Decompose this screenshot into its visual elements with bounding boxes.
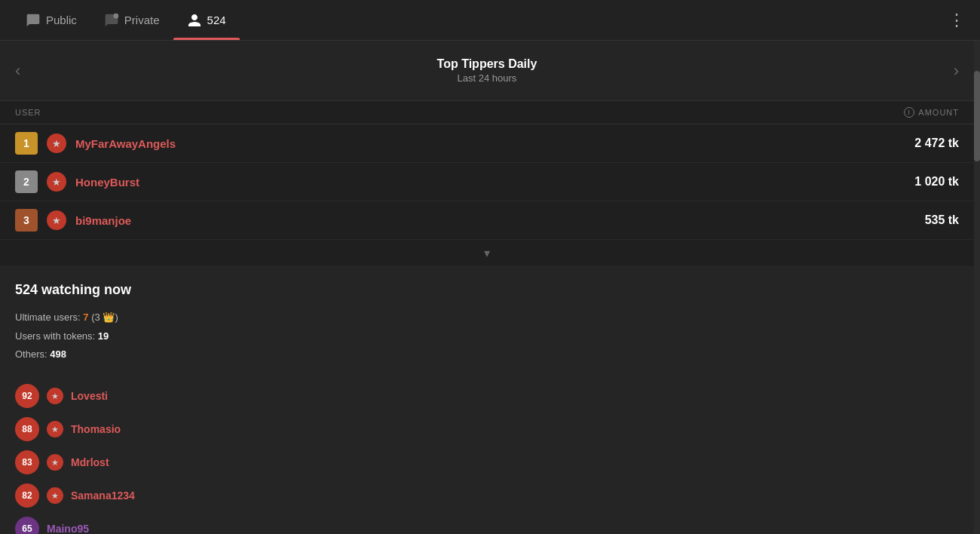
nav-next-button[interactable]: › [939, 54, 974, 88]
main-content: ‹ Top Tippers Daily Last 24 hours › USER… [0, 41, 980, 534]
tab-private-label: Private [124, 14, 160, 26]
viewer-name-3: Mdrlost [71, 456, 109, 468]
user-silhouette-icon [187, 13, 202, 28]
chat-bubble-icon [26, 13, 41, 28]
scrollbar-thumb[interactable] [974, 71, 980, 161]
tokens-count: 19 [98, 330, 109, 342]
others-stat: Others: 498 [15, 345, 959, 364]
tipper-row: 2 ★ HoneyBurst 1 020 tk [0, 163, 974, 201]
tippers-subtitle: Last 24 hours [437, 72, 537, 84]
crown-icon: 👑) [103, 312, 118, 323]
tipper-left: 1 ★ MyFarAwayAngels [15, 132, 176, 155]
tipper-left: 3 ★ bi9manjoe [15, 209, 131, 232]
tipper-name-3[interactable]: bi9manjoe [75, 214, 131, 227]
col-user-label: USER [15, 108, 41, 117]
more-menu-button[interactable]: ⋮ [948, 11, 966, 30]
fan-club-icon-3: ★ [47, 210, 66, 230]
viewer-star-icon-4: ★ [47, 487, 63, 504]
fan-club-icon-2: ★ [47, 172, 66, 192]
tipper-amount-1: 2 472 tk [914, 137, 959, 150]
tipper-row: 3 ★ bi9manjoe 535 tk [0, 201, 974, 240]
viewer-item[interactable]: 92 ★ Lovesti [15, 379, 959, 413]
viewer-avatar-4: 82 [15, 483, 39, 508]
tipper-amount-2: 1 020 tk [914, 175, 959, 189]
viewer-avatar-3: 83 [15, 450, 39, 474]
others-count: 498 [50, 348, 66, 360]
info-icon: i [904, 107, 914, 118]
tab-users[interactable]: 524 [173, 1, 240, 40]
viewer-star-icon-2: ★ [47, 421, 63, 437]
viewer-name-1: Lovesti [71, 390, 108, 402]
chat-bubble-private-icon [104, 13, 119, 28]
col-amount-label: i AMOUNT [904, 107, 959, 118]
tab-public-label: Public [46, 14, 77, 26]
tipper-name-2[interactable]: HoneyBurst [75, 176, 139, 189]
viewer-name-4: Samana1234 [71, 490, 135, 502]
watching-stats: Ultimate users: 7 (3 👑) Users with token… [15, 308, 959, 364]
tippers-title: Top Tippers Daily [437, 57, 537, 71]
tab-public[interactable]: Public [12, 1, 90, 40]
rank-badge-3: 3 [15, 209, 38, 232]
tipper-amount-3: 535 tk [925, 213, 959, 227]
tipper-left: 2 ★ HoneyBurst [15, 170, 139, 193]
nav-prev-button[interactable]: ‹ [0, 54, 35, 88]
ultimate-count: 7 [83, 312, 88, 323]
viewer-item[interactable]: 82 ★ Samana1234 [15, 479, 959, 512]
chevron-down-icon: ▾ [484, 246, 490, 260]
tipper-row: 1 ★ MyFarAwayAngels 2 472 tk [0, 124, 974, 163]
ultimate-users-stat: Ultimate users: 7 (3 👑) [15, 308, 959, 327]
rank-badge-2: 2 [15, 170, 38, 193]
viewer-item[interactable]: 88 ★ Thomasio [15, 413, 959, 446]
viewer-star-icon-1: ★ [47, 388, 63, 404]
watching-section: 524 watching now Ultimate users: 7 (3 👑)… [0, 267, 974, 372]
viewer-name-2: Thomasio [71, 423, 121, 435]
collapse-tippers-button[interactable]: ▾ [0, 240, 974, 267]
viewer-item[interactable]: 83 ★ Mdrlost [15, 446, 959, 479]
svg-point-0 [113, 13, 118, 18]
tippers-header-text: Top Tippers Daily Last 24 hours [437, 57, 537, 84]
fan-club-icon-1: ★ [47, 134, 66, 153]
tab-users-label: 524 [207, 14, 226, 26]
viewer-avatar-2: 88 [15, 417, 39, 441]
tab-bar: Public Private 524 ⋮ [0, 0, 980, 41]
tokens-users-stat: Users with tokens: 19 [15, 327, 959, 346]
scrollbar-track [974, 41, 980, 534]
viewer-avatar-5: 65 [15, 517, 39, 534]
rank-badge-1: 1 [15, 132, 38, 155]
tippers-header: ‹ Top Tippers Daily Last 24 hours › [0, 41, 974, 101]
viewer-list: 92 ★ Lovesti 88 ★ Thomasio 83 ★ Mdrlost … [0, 372, 974, 534]
viewer-name-5: Maino95 [47, 523, 89, 534]
table-header: USER i AMOUNT [0, 101, 974, 124]
content-area: ‹ Top Tippers Daily Last 24 hours › USER… [0, 41, 974, 534]
watching-count-title: 524 watching now [15, 282, 959, 298]
viewer-star-icon-3: ★ [47, 454, 63, 471]
tab-private[interactable]: Private [90, 1, 173, 40]
viewer-item[interactable]: 65 Maino95 [15, 512, 959, 534]
tipper-name-1[interactable]: MyFarAwayAngels [75, 137, 176, 150]
viewer-avatar-1: 92 [15, 384, 39, 408]
